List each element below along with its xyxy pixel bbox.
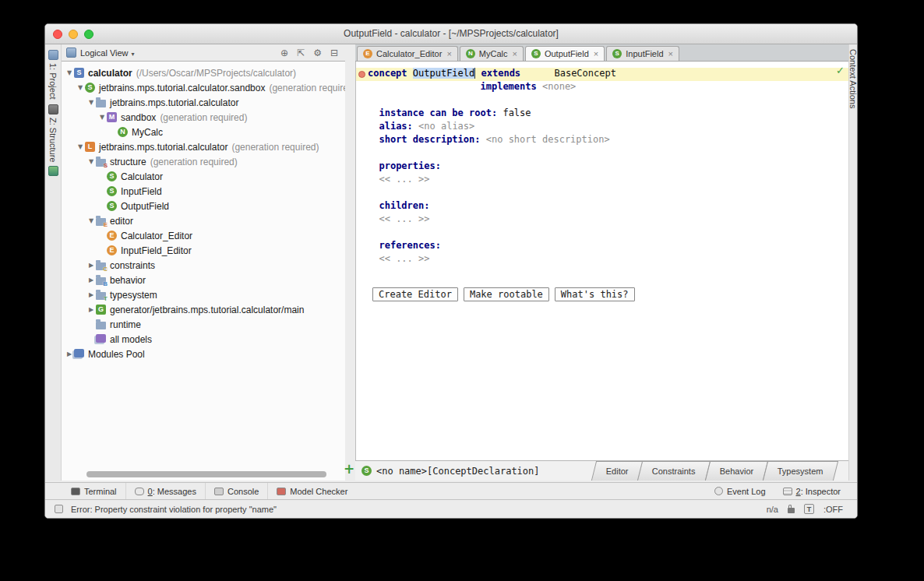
expand-arrow-icon[interactable]: ▶ [86,276,96,283]
tree-item-editor[interactable]: ▼Eeditor [62,213,345,228]
expand-arrow-icon[interactable]: ▶ [65,350,74,357]
settings-gear-icon[interactable]: ⚙ [313,48,322,58]
tree-item-structure[interactable]: ▼Sstructure(generation required) [62,154,345,169]
code-cell[interactable]: references: [379,240,440,251]
tree-item-modules-pool[interactable]: ▶Modules Pool [62,347,345,361]
tree-item-calculator[interactable]: ▼Scalculator(/Users/Oscar/MPSProjects/ca… [62,65,345,80]
tree-item-mycalc[interactable]: NMyCalc [62,125,345,139]
collapse-arrow-icon[interactable]: ▼ [97,114,107,121]
tree-item-inputfield[interactable]: SInputField [62,184,345,199]
code-line[interactable] [356,266,848,280]
tool-button-terminal[interactable]: Terminal [62,483,125,499]
code-cell[interactable] [368,253,379,264]
code-cell[interactable] [368,213,379,224]
code-cell[interactable] [368,160,379,171]
close-tab-icon[interactable]: × [668,49,673,58]
code-cell[interactable]: instance can be root: [379,107,497,118]
tree-item-jetbrains-mps-tutorial-calculator-sandbox[interactable]: ▼Sjetbrains.mps.tutorial.calculator.sand… [62,80,345,95]
make-rootable-button[interactable]: Make rootable [464,287,549,301]
code-cell[interactable] [368,121,379,132]
tree-item-outputfield[interactable]: SOutputField [62,199,345,213]
code-cell[interactable]: alias: [379,121,412,132]
locate-icon[interactable]: ⊕ [280,48,288,58]
tree-item-behavior[interactable]: ▶Bbehavior [62,273,345,287]
zoom-window-button[interactable] [84,30,93,39]
expand-arrow-icon[interactable]: ▶ [86,306,96,313]
scroll-from-source-icon[interactable]: ⇱ [297,48,305,58]
code-line[interactable]: properties: [356,160,848,174]
collapse-arrow-icon[interactable]: ▼ [86,99,96,106]
tool-button-context-actions[interactable]: Context Actions [848,49,858,108]
code-line[interactable]: children: [356,200,848,213]
code-cell[interactable] [368,240,379,251]
code-cell[interactable] [368,134,379,145]
code-cell[interactable] [481,134,486,145]
tree-item-inputfield-editor[interactable]: EInputField_Editor [62,243,345,258]
close-tab-icon[interactable]: × [512,49,517,58]
collapse-arrow-icon[interactable]: ▼ [76,84,85,91]
editor-pane[interactable]: concept OutputField extends BaseConcept … [355,62,848,460]
tree-item-generator-jetbrains-mps-tutorial-calculator-main[interactable]: ▶Ggenerator/jetbrains.mps.tutorial.calcu… [62,302,345,317]
aspect-tab-typesystem[interactable]: Typesystem [763,461,838,481]
lock-icon[interactable] [788,508,795,513]
code-cell[interactable]: concept [368,68,413,79]
collapse-arrow-icon[interactable]: ▼ [86,158,96,165]
tree-item-calculator[interactable]: SCalculator [62,169,345,184]
code-line[interactable]: << ... >> [356,174,848,187]
code-cell[interactable] [368,174,379,185]
code-cell[interactable]: << ... >> [379,174,429,185]
code-line[interactable]: references: [356,240,848,253]
add-button[interactable]: + [344,463,354,476]
tool-button-structure[interactable]: Z: Structure [48,104,58,175]
close-tab-icon[interactable]: × [446,49,451,58]
code-line[interactable]: alias: <no alias> [356,121,848,134]
code-line[interactable]: concept OutputField extends BaseConcept [356,68,848,81]
aspect-tab-behavior[interactable]: Behavior [705,461,769,481]
tree-item-jetbrains-mps-tutorial-calculator[interactable]: ▼Ljetbrains.mps.tutorial.calculator(gene… [62,139,345,154]
tree-item-all-models[interactable]: all models [62,332,345,347]
code-cell[interactable]: <no short description> [486,134,610,145]
minimize-window-button[interactable] [69,30,78,39]
code-cell[interactable]: << ... >> [379,253,429,264]
code-cell[interactable]: << ... >> [379,213,429,224]
code-cell[interactable] [368,107,379,118]
tree-item-constraints[interactable]: ▶Cconstraints [62,258,345,273]
collapse-all-icon[interactable]: ⊟ [330,48,338,58]
code-cell[interactable]: children: [379,200,429,211]
code-cell[interactable] [413,121,418,132]
collapse-arrow-icon[interactable]: ▼ [86,217,96,224]
tool-button-inspector[interactable]: 2: Inspector [774,483,849,499]
panel-splitter[interactable] [345,44,355,481]
tree-item-sandbox[interactable]: ▼Msandbox(generation required) [62,110,345,125]
code-cell[interactable] [368,81,481,92]
code-cell[interactable] [475,68,481,79]
tree-item-jetbrains-mps-tutorial-calculator[interactable]: ▼jetbrains.mps.tutorial.calculator [62,95,345,110]
expand-arrow-icon[interactable]: ▶ [86,262,96,269]
close-tab-icon[interactable]: × [594,49,598,58]
code-cell[interactable]: implements [481,81,537,92]
aspect-tab-constraints[interactable]: Constraints [637,461,711,481]
code-line[interactable]: << ... >> [356,213,848,227]
code-cell[interactable]: properties: [379,160,440,171]
code-line[interactable]: instance can be root: false [356,107,848,121]
titlebar[interactable]: OutputField - calculator - [~/MPSProject… [45,24,857,44]
code-cell[interactable] [520,68,554,79]
tool-button-event-log[interactable]: Event Log [706,483,774,499]
code-cell[interactable]: extends [481,68,521,79]
code-cell[interactable] [537,81,542,92]
tool-button-console[interactable]: Console [205,483,267,499]
code-line[interactable] [356,94,848,107]
status-message-icon[interactable] [55,505,63,513]
code-line[interactable]: short description: <no short description… [356,134,848,147]
editor-tab-mycalc[interactable]: NMyCalc× [460,46,524,61]
tree-item-calculator-editor[interactable]: ECalculator_Editor [62,228,345,243]
tree-item-runtime[interactable]: runtime [62,317,345,332]
collapse-arrow-icon[interactable]: ▼ [65,69,74,76]
tool-button-model-checker[interactable]: Model Checker [267,483,356,499]
collapse-arrow-icon[interactable]: ▼ [76,143,85,150]
expand-arrow-icon[interactable]: ▶ [86,291,96,298]
tree-item-typesystem[interactable]: ▶Ttypesystem [62,287,345,302]
editor-tab-calculator-editor[interactable]: ECalculator_Editor× [357,46,458,61]
what-s-this-button[interactable]: What's this? [555,287,635,301]
code-line[interactable] [356,227,848,240]
